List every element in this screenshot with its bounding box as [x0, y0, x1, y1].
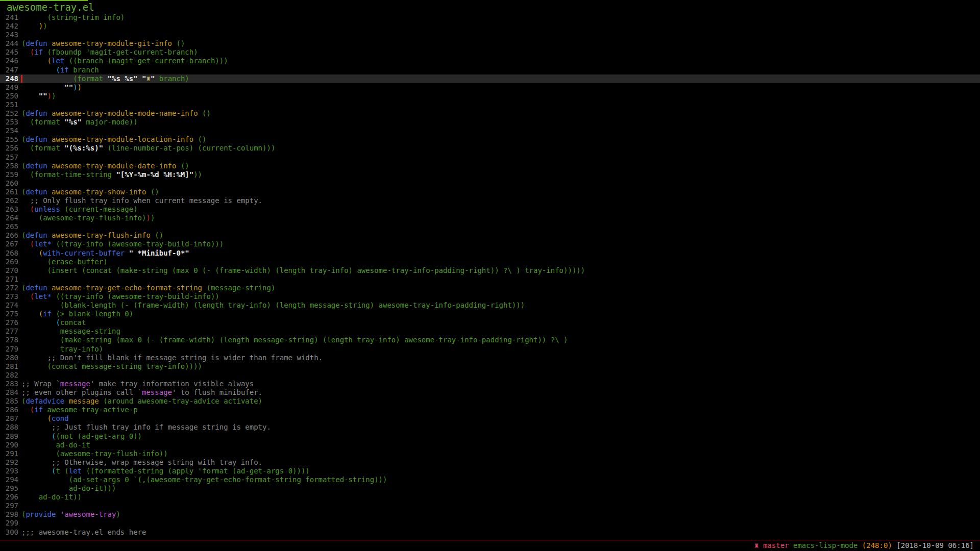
- code-line[interactable]: 276 (concat: [0, 318, 980, 327]
- line-number: 241: [0, 13, 18, 22]
- code-line[interactable]: 283;; Wrap `message' make tray informati…: [0, 380, 980, 388]
- code-line[interactable]: 275 (if (> blank-length 0): [0, 310, 980, 318]
- code-line[interactable]: 267 (let* ((tray-info (awesome-tray-buil…: [0, 240, 980, 248]
- code-line[interactable]: 287 (cond: [0, 414, 980, 423]
- code-text: "")): [21, 83, 82, 92]
- code-line[interactable]: 250 "")): [0, 92, 980, 101]
- code-line[interactable]: 253 (format "%s" major-mode)): [0, 118, 980, 127]
- code-line[interactable]: 265: [0, 222, 980, 231]
- code-line[interactable]: 290 ad-do-it: [0, 441, 980, 449]
- code-text: (if awesome-tray-active-p: [21, 406, 138, 414]
- code-line[interactable]: 249 "")): [0, 83, 980, 92]
- code-line[interactable]: 264 (awesome-tray-flush-info))): [0, 214, 980, 222]
- code-line[interactable]: 277 message-string: [0, 327, 980, 336]
- code-line[interactable]: 262 ;; Only flush tray info when current…: [0, 196, 980, 205]
- line-number: 243: [0, 31, 18, 39]
- code-text: (make-string (max 0 (- (frame-width) (le…: [21, 336, 568, 344]
- line-number: 273: [0, 292, 18, 301]
- code-line[interactable]: 263 (unless (current-message): [0, 205, 980, 214]
- code-text: (format "%s %s" "♜" branch): [21, 74, 189, 83]
- code-line[interactable]: 298(provide 'awesome-tray): [0, 510, 980, 519]
- code-text: (defun awesome-tray-module-date-info (): [21, 162, 189, 170]
- code-line[interactable]: 271: [0, 275, 980, 284]
- line-number: 295: [0, 484, 18, 493]
- line-number: 299: [0, 519, 18, 528]
- code-line[interactable]: 242 )): [0, 22, 980, 31]
- code-line[interactable]: 257: [0, 153, 980, 162]
- code-line[interactable]: 278 (make-string (max 0 (- (frame-width)…: [0, 336, 980, 344]
- code-line[interactable]: 273 (let* ((tray-info (awesome-tray-buil…: [0, 292, 980, 301]
- code-line[interactable]: 292 ;; Otherwise, wrap message string wi…: [0, 458, 980, 467]
- code-text: (let* ((tray-info (awesome-tray-build-in…: [21, 292, 219, 301]
- code-line[interactable]: 269 (erase-buffer): [0, 258, 980, 266]
- code-line[interactable]: 247 (if branch: [0, 66, 980, 74]
- code-line[interactable]: 261(defun awesome-tray-show-info (): [0, 188, 980, 196]
- buffer-title[interactable]: awesome-tray.el: [7, 2, 94, 13]
- code-line[interactable]: 260: [0, 179, 980, 188]
- line-number: 285: [0, 397, 18, 406]
- code-line[interactable]: 246 (let ((branch (magit-get-current-bra…: [0, 57, 980, 65]
- code-line[interactable]: 280 ;; Don't fill blank if message strin…: [0, 354, 980, 362]
- code-line[interactable]: 268 (with-current-buffer " *Minibuf-0*": [0, 249, 980, 258]
- code-text: (if (fboundp 'magit-get-current-branch): [21, 48, 198, 57]
- code-line[interactable]: 256 (format "(%s:%s)" (line-number-at-po…: [0, 144, 980, 153]
- line-number: 275: [0, 310, 18, 318]
- code-text: (ad-set-args 0 `(,(awesome-tray-get-echo…: [21, 475, 387, 484]
- code-line[interactable]: 294 (ad-set-args 0 `(,(awesome-tray-get-…: [0, 475, 980, 484]
- code-text: (defun awesome-tray-flush-info (): [21, 231, 163, 240]
- code-line[interactable]: 297: [0, 502, 980, 510]
- code-text: ;; even other plugins call `message' to …: [21, 388, 262, 397]
- code-line[interactable]: 296 ad-do-it)): [0, 493, 980, 502]
- code-text: (cond: [21, 414, 69, 423]
- code-line[interactable]: 279 tray-info): [0, 345, 980, 354]
- code-line[interactable]: 274 (blank-length (- (frame-width) (leng…: [0, 301, 980, 310]
- code-line[interactable]: 295 ad-do-it))): [0, 484, 980, 493]
- code-text: ad-do-it: [21, 441, 90, 449]
- line-number: 256: [0, 144, 18, 153]
- line-number: 263: [0, 205, 18, 214]
- code-text: (defadvice message (around awesome-tray-…: [21, 397, 262, 406]
- line-number: 269: [0, 258, 18, 266]
- code-line[interactable]: 284;; even other plugins call `message' …: [0, 388, 980, 397]
- code-line[interactable]: 289 ((not (ad-get-arg 0)): [0, 432, 980, 441]
- line-number: 284: [0, 388, 18, 397]
- code-line[interactable]: 255(defun awesome-tray-module-location-i…: [0, 135, 980, 144]
- code-line[interactable]: 272(defun awesome-tray-get-echo-format-s…: [0, 284, 980, 292]
- code-line[interactable]: 285(defadvice message (around awesome-tr…: [0, 397, 980, 406]
- code-line[interactable]: 286 (if awesome-tray-active-p: [0, 406, 980, 414]
- line-number: 288: [0, 423, 18, 432]
- code-text: (format "%s" major-mode)): [21, 118, 138, 127]
- code-line[interactable]: 282: [0, 371, 980, 380]
- code-line[interactable]: 299: [0, 519, 980, 528]
- code-line[interactable]: 243: [0, 31, 980, 39]
- code-line[interactable]: 291 (awesome-tray-flush-info)): [0, 449, 980, 458]
- code-line[interactable]: 244(defun awesome-tray-module-git-info (…: [0, 39, 980, 48]
- code-text: (defun awesome-tray-show-info (): [21, 188, 159, 196]
- code-line[interactable]: 281 (concat message-string tray-info)))): [0, 362, 980, 371]
- code-line[interactable]: 254: [0, 127, 980, 135]
- code-text: ad-do-it))): [21, 484, 116, 493]
- code-line[interactable]: 288 ;; Just flush tray info if message s…: [0, 423, 980, 432]
- code-line[interactable]: 266(defun awesome-tray-flush-info (): [0, 231, 980, 240]
- code-area[interactable]: 241 (string-trim info)242 ))243244(defun…: [0, 13, 980, 537]
- line-number: 293: [0, 467, 18, 475]
- code-line[interactable]: 259 (format-time-string "[%Y-%m-%d %H:%M…: [0, 170, 980, 179]
- code-line[interactable]: 251: [0, 101, 980, 109]
- modeline-separator: [0, 540, 980, 540]
- line-number: 257: [0, 153, 18, 162]
- code-line[interactable]: 241 (string-trim info): [0, 13, 980, 22]
- code-line[interactable]: 293 (t (let ((formatted-string (apply 'f…: [0, 467, 980, 475]
- status-bar: ♜ master emacs-lisp-mode (248:0) [2018-1…: [0, 541, 974, 550]
- code-text: tray-info): [21, 345, 103, 354]
- code-line[interactable]: 252(defun awesome-tray-module-mode-name-…: [0, 109, 980, 118]
- code-line[interactable]: 245 (if (fboundp 'magit-get-current-bran…: [0, 48, 980, 57]
- code-line[interactable]: 300;;; awesome-tray.el ends here: [0, 528, 980, 537]
- code-line[interactable]: 248 (format "%s %s" "♜" branch): [0, 74, 980, 83]
- line-number: 283: [0, 380, 18, 388]
- code-text: (t (let ((formatted-string (apply 'forma…: [21, 467, 310, 475]
- code-line[interactable]: 258(defun awesome-tray-module-date-info …: [0, 162, 980, 170]
- code-line[interactable]: 270 (insert (concat (make-string (max 0 …: [0, 266, 980, 275]
- code-text: (format-time-string "[%Y-%m-%d %H:%M]")): [21, 170, 202, 179]
- major-mode-label: emacs-lisp-mode: [793, 541, 857, 549]
- line-number: 279: [0, 345, 18, 354]
